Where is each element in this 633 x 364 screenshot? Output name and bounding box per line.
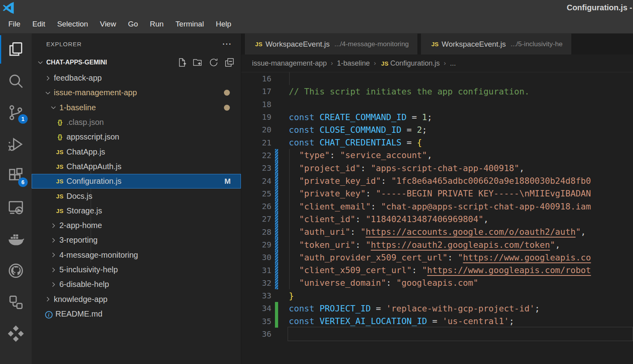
code-text: "client_x509_cert_url": "https://www.goo… [289, 265, 591, 275]
json-file-icon: {} [54, 119, 66, 126]
line-number: 25 [241, 189, 271, 198]
indent-guide [289, 200, 290, 213]
tree-folder-feedback-app[interactable]: feedback-app [32, 71, 241, 85]
tree-folder-1-baseline[interactable]: 1-baseline [32, 100, 241, 115]
menu-go[interactable]: Go [122, 17, 144, 31]
tree-item-label: Storage.js [66, 206, 102, 215]
menu-run[interactable]: Run [144, 17, 170, 31]
indent-guide [289, 226, 290, 238]
collapse-all-icon[interactable] [224, 57, 235, 68]
code-text: const CLOSE_COMMAND_ID = 2; [289, 125, 427, 135]
activity-github[interactable] [0, 255, 32, 287]
activity-source-control[interactable]: 1 [0, 97, 32, 128]
tree-file-appsscript-json[interactable]: {}appsscript.json [32, 130, 241, 144]
tree-item-label: 5-inclusivity-help [59, 265, 118, 274]
tree-folder-5-inclusivity-help[interactable]: 5-inclusivity-help [32, 262, 241, 277]
line-number: 34 [241, 304, 271, 313]
menu-view[interactable]: View [94, 17, 122, 31]
line-number: 24 [241, 176, 271, 186]
code-text: const PROJECT_ID = 'replace-with-gcp-pro… [289, 304, 540, 313]
activity-project-manager[interactable] [0, 287, 32, 318]
tree-file-readme-md[interactable]: iREADME.md [32, 307, 241, 321]
chevron-down-icon [48, 104, 59, 111]
js-file-icon: JS [430, 41, 440, 47]
tree-file-chatappauth-js[interactable]: JSChatAppAuth.js [32, 159, 241, 174]
git-gutter-modified [275, 277, 278, 289]
tree-folder-issue-management-app[interactable]: issue-management-app [32, 85, 241, 100]
breadcrumb-item[interactable]: 1-baseline [337, 59, 370, 68]
markdown-info-icon: i [43, 309, 55, 319]
breadcrumb-separator: › [444, 59, 446, 67]
menu-terminal[interactable]: Terminal [170, 17, 210, 31]
breadcrumb-item[interactable]: JSConfiguration.js [380, 59, 440, 68]
tree-file-configuration-js[interactable]: JSConfiguration.jsM [32, 174, 241, 189]
git-gutter [275, 328, 278, 340]
menu-file[interactable]: File [2, 17, 27, 31]
activity-extensions[interactable]: 6 [0, 160, 32, 192]
workspace-section-header[interactable]: CHAT-APPS-GEMINI [32, 54, 241, 71]
tab-path: .../4-message-monitoring [334, 40, 409, 48]
code-text: "client_id": "118402413487406969804", [289, 214, 489, 224]
menu-help[interactable]: Help [210, 17, 237, 31]
code-editor[interactable]: 1617// This script initiates the app con… [241, 72, 633, 364]
line-number: 26 [241, 202, 271, 211]
code-line-22: 22 "type": "service_account", [241, 149, 633, 162]
code-line-31: 31 "client_x509_cert_url": "https://www.… [241, 264, 633, 276]
tree-file-docs-js[interactable]: JSDocs.js [32, 189, 241, 203]
search-icon [7, 72, 25, 90]
badge: 1 [18, 114, 28, 124]
linked-squares-icon [7, 294, 25, 311]
git-gutter-modified [275, 200, 278, 213]
js-file-icon: JS [380, 60, 390, 67]
tree-item-label: appsscript.json [66, 132, 119, 141]
tree-item-label: ChatAppAuth.js [66, 162, 121, 171]
editor-tab-2[interactable]: JSWorkspaceEvent.js.../5-inclusivity-he [421, 34, 571, 55]
tree-item-label: ChatApp.js [66, 147, 105, 157]
vscode-logo-icon [2, 2, 14, 14]
activity-docker[interactable] [0, 223, 32, 255]
activity-explorer[interactable] [0, 34, 32, 65]
more-actions-icon[interactable]: ⋯ [222, 38, 232, 49]
activity-run-and-debug[interactable] [0, 128, 32, 160]
chevron-right-icon [48, 222, 59, 229]
tree-file--clasp-json[interactable]: {}.clasp.json [32, 115, 241, 130]
tree-folder-6-disable-help[interactable]: 6-disable-help [32, 277, 241, 292]
breadcrumb-separator: › [374, 59, 376, 67]
tree-file-chatapp-js[interactable]: JSChatApp.js [32, 144, 241, 159]
code-line-35: 35const VERTEX_AI_LOCATION_ID = 'us-cent… [241, 315, 633, 328]
js-file-icon: JS [54, 149, 66, 155]
new-folder-icon[interactable] [193, 57, 203, 68]
tree-folder-3-reporting[interactable]: 3-reporting [32, 233, 241, 247]
tree-folder-knowledge-app[interactable]: knowledge-app [32, 292, 241, 306]
tree-folder-4-message-monitoring[interactable]: 4-message-monitoring [32, 248, 241, 262]
tree-item-label: 1-baseline [59, 103, 96, 112]
explorer-title: EXPLORER [46, 41, 82, 47]
tree-item-label: feedback-app [54, 74, 102, 83]
breadcrumb-item[interactable]: ... [450, 59, 456, 68]
activity-remote-explorer[interactable] [0, 192, 32, 223]
activity-bar: 16 [0, 34, 32, 364]
indent-guide [289, 187, 290, 200]
code-text: const VERTEX_AI_LOCATION_ID = 'us-centra… [289, 316, 514, 326]
line-number: 16 [241, 74, 271, 83]
breadcrumb-separator: › [331, 59, 333, 67]
tree-folder-2-app-home[interactable]: 2-app-home [32, 218, 241, 233]
line-number: 31 [241, 266, 271, 275]
explorer-sidebar: EXPLORER ⋯ CHAT-APPS-GEMINI feedback-app… [32, 34, 241, 364]
code-line-34: 34const PROJECT_ID = 'replace-with-gcp-p… [241, 302, 633, 315]
code-line-24: 24 "private_key_id": "1fc8e6a465adbc0066… [241, 174, 633, 187]
new-file-icon[interactable] [177, 57, 187, 68]
tree-file-storage-js[interactable]: JSStorage.js [32, 204, 241, 218]
line-number: 23 [241, 163, 271, 173]
editor-tab-1[interactable]: JSWorkspaceEvent.js.../4-message-monitor… [245, 34, 417, 55]
tab-filename: WorkspaceEvent.js [442, 40, 506, 49]
refresh-icon[interactable] [208, 57, 219, 68]
activity-search[interactable] [0, 65, 32, 97]
menu-edit[interactable]: Edit [27, 17, 51, 31]
js-file-icon: JS [54, 207, 66, 214]
breadcrumb-item[interactable]: issue-management-app [252, 59, 327, 68]
activity-gemini-assist[interactable] [0, 318, 32, 350]
git-gutter [275, 85, 278, 98]
git-gutter [275, 136, 278, 149]
menu-selection[interactable]: Selection [51, 17, 94, 31]
